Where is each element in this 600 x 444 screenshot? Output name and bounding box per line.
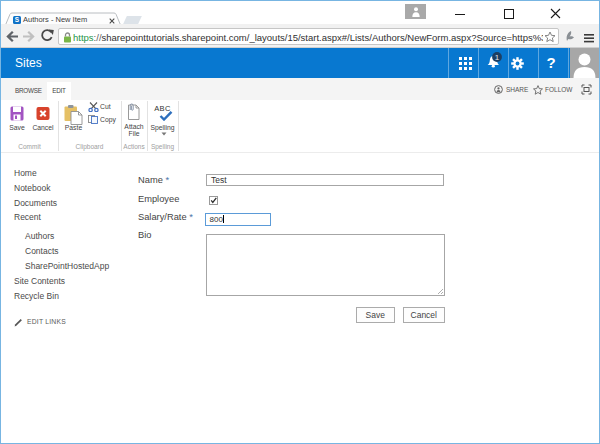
svg-text:1: 1 bbox=[495, 53, 500, 62]
svg-text:S: S bbox=[15, 16, 20, 23]
